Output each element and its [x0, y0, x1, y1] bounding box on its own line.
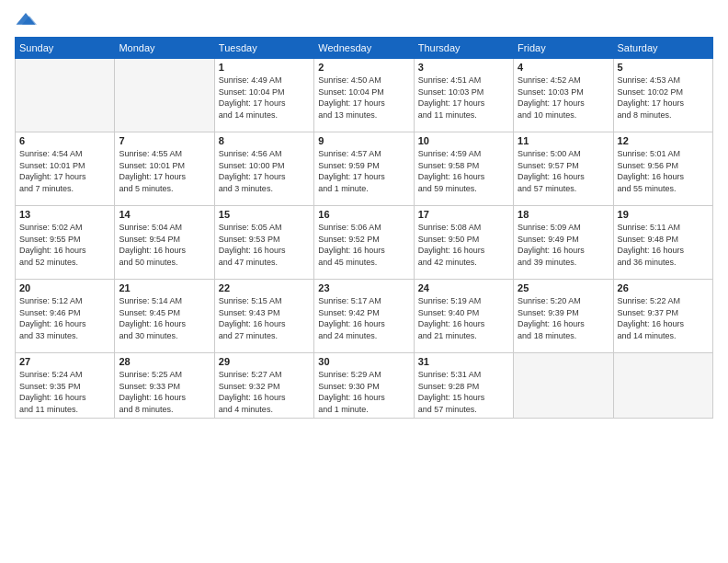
calendar-cell: 15Sunrise: 5:05 AM Sunset: 9:53 PM Dayli…: [214, 206, 313, 280]
day-info: Sunrise: 5:09 AM Sunset: 9:49 PM Dayligh…: [518, 222, 609, 268]
calendar-cell: [514, 353, 613, 419]
calendar-cell: 19Sunrise: 5:11 AM Sunset: 9:48 PM Dayli…: [613, 206, 712, 280]
day-number: 10: [418, 135, 509, 146]
day-number: 1: [219, 62, 310, 73]
calendar-cell: 5Sunrise: 4:53 AM Sunset: 10:02 PM Dayli…: [613, 59, 712, 132]
day-number: 2: [318, 62, 409, 73]
calendar-cell: 13Sunrise: 5:02 AM Sunset: 9:55 PM Dayli…: [16, 206, 115, 280]
day-info: Sunrise: 5:29 AM Sunset: 9:30 PM Dayligh…: [318, 369, 409, 415]
day-number: 26: [618, 282, 709, 293]
day-number: 9: [318, 135, 409, 146]
day-number: 19: [618, 209, 709, 220]
day-info: Sunrise: 4:53 AM Sunset: 10:02 PM Daylig…: [618, 75, 709, 121]
day-info: Sunrise: 5:17 AM Sunset: 9:42 PM Dayligh…: [318, 295, 409, 341]
calendar-cell: 20Sunrise: 5:12 AM Sunset: 9:46 PM Dayli…: [16, 280, 115, 353]
day-info: Sunrise: 4:52 AM Sunset: 10:03 PM Daylig…: [518, 75, 609, 121]
weekday-header-monday: Monday: [115, 38, 214, 59]
day-number: 23: [318, 282, 409, 293]
calendar-cell: 11Sunrise: 5:00 AM Sunset: 9:57 PM Dayli…: [514, 132, 613, 206]
logo-icon: [15, 11, 37, 29]
day-info: Sunrise: 5:15 AM Sunset: 9:43 PM Dayligh…: [219, 295, 310, 341]
day-number: 29: [219, 356, 310, 367]
calendar-cell: [16, 59, 115, 132]
weekday-header-friday: Friday: [514, 38, 613, 59]
day-number: 21: [119, 282, 210, 293]
calendar-week-row: 13Sunrise: 5:02 AM Sunset: 9:55 PM Dayli…: [16, 206, 713, 280]
calendar-cell: 26Sunrise: 5:22 AM Sunset: 9:37 PM Dayli…: [613, 280, 712, 353]
day-number: 15: [219, 209, 310, 220]
calendar-cell: 21Sunrise: 5:14 AM Sunset: 9:45 PM Dayli…: [115, 280, 214, 353]
calendar-cell: 8Sunrise: 4:56 AM Sunset: 10:00 PM Dayli…: [214, 132, 313, 206]
calendar-cell: 30Sunrise: 5:29 AM Sunset: 9:30 PM Dayli…: [314, 353, 414, 419]
day-info: Sunrise: 4:50 AM Sunset: 10:04 PM Daylig…: [318, 75, 409, 121]
day-info: Sunrise: 5:12 AM Sunset: 9:46 PM Dayligh…: [19, 295, 110, 341]
calendar-cell: 10Sunrise: 4:59 AM Sunset: 9:58 PM Dayli…: [414, 132, 513, 206]
day-info: Sunrise: 5:06 AM Sunset: 9:52 PM Dayligh…: [318, 222, 409, 268]
day-info: Sunrise: 5:01 AM Sunset: 9:56 PM Dayligh…: [618, 148, 709, 194]
day-number: 6: [19, 135, 110, 146]
day-info: Sunrise: 5:11 AM Sunset: 9:48 PM Dayligh…: [618, 222, 709, 268]
day-info: Sunrise: 4:51 AM Sunset: 10:03 PM Daylig…: [418, 75, 509, 121]
day-number: 13: [19, 209, 110, 220]
day-number: 17: [418, 209, 509, 220]
day-number: 30: [318, 356, 409, 367]
day-info: Sunrise: 5:04 AM Sunset: 9:54 PM Dayligh…: [119, 222, 210, 268]
day-number: 20: [19, 282, 110, 293]
day-number: 16: [318, 209, 409, 220]
calendar-cell: 31Sunrise: 5:31 AM Sunset: 9:28 PM Dayli…: [414, 353, 513, 419]
day-number: 5: [618, 62, 709, 73]
calendar-week-row: 20Sunrise: 5:12 AM Sunset: 9:46 PM Dayli…: [16, 280, 713, 353]
calendar-cell: 18Sunrise: 5:09 AM Sunset: 9:49 PM Dayli…: [514, 206, 613, 280]
day-info: Sunrise: 5:31 AM Sunset: 9:28 PM Dayligh…: [418, 369, 509, 415]
calendar-cell: 23Sunrise: 5:17 AM Sunset: 9:42 PM Dayli…: [314, 280, 414, 353]
calendar-cell: 29Sunrise: 5:27 AM Sunset: 9:32 PM Dayli…: [214, 353, 313, 419]
day-info: Sunrise: 4:54 AM Sunset: 10:01 PM Daylig…: [19, 148, 110, 194]
calendar-cell: 28Sunrise: 5:25 AM Sunset: 9:33 PM Dayli…: [115, 353, 214, 419]
calendar-cell: 27Sunrise: 5:24 AM Sunset: 9:35 PM Dayli…: [16, 353, 115, 419]
calendar-cell: [613, 353, 712, 419]
day-info: Sunrise: 4:55 AM Sunset: 10:01 PM Daylig…: [119, 148, 210, 194]
calendar-cell: 3Sunrise: 4:51 AM Sunset: 10:03 PM Dayli…: [414, 59, 513, 132]
logo: [15, 11, 40, 29]
day-number: 25: [518, 282, 609, 293]
day-number: 27: [19, 356, 110, 367]
day-info: Sunrise: 5:02 AM Sunset: 9:55 PM Dayligh…: [19, 222, 110, 268]
weekday-header-tuesday: Tuesday: [214, 38, 313, 59]
day-info: Sunrise: 4:59 AM Sunset: 9:58 PM Dayligh…: [418, 148, 509, 194]
day-number: 22: [219, 282, 310, 293]
weekday-header-sunday: Sunday: [16, 38, 115, 59]
day-info: Sunrise: 5:19 AM Sunset: 9:40 PM Dayligh…: [418, 295, 509, 341]
day-number: 28: [119, 356, 210, 367]
day-info: Sunrise: 4:57 AM Sunset: 9:59 PM Dayligh…: [318, 148, 409, 194]
day-number: 12: [618, 135, 709, 146]
day-number: 14: [119, 209, 210, 220]
day-info: Sunrise: 5:08 AM Sunset: 9:50 PM Dayligh…: [418, 222, 509, 268]
calendar-cell: 22Sunrise: 5:15 AM Sunset: 9:43 PM Dayli…: [214, 280, 313, 353]
calendar-cell: 9Sunrise: 4:57 AM Sunset: 9:59 PM Daylig…: [314, 132, 414, 206]
day-info: Sunrise: 5:27 AM Sunset: 9:32 PM Dayligh…: [219, 369, 310, 415]
weekday-header-thursday: Thursday: [414, 38, 513, 59]
day-info: Sunrise: 5:24 AM Sunset: 9:35 PM Dayligh…: [19, 369, 110, 415]
day-info: Sunrise: 5:20 AM Sunset: 9:39 PM Dayligh…: [518, 295, 609, 341]
calendar-cell: 14Sunrise: 5:04 AM Sunset: 9:54 PM Dayli…: [115, 206, 214, 280]
calendar-week-row: 1Sunrise: 4:49 AM Sunset: 10:04 PM Dayli…: [16, 59, 713, 132]
calendar-cell: 16Sunrise: 5:06 AM Sunset: 9:52 PM Dayli…: [314, 206, 414, 280]
calendar-week-row: 6Sunrise: 4:54 AM Sunset: 10:01 PM Dayli…: [16, 132, 713, 206]
calendar-cell: 17Sunrise: 5:08 AM Sunset: 9:50 PM Dayli…: [414, 206, 513, 280]
calendar-cell: 4Sunrise: 4:52 AM Sunset: 10:03 PM Dayli…: [514, 59, 613, 132]
weekday-header-wednesday: Wednesday: [314, 38, 414, 59]
day-number: 4: [518, 62, 609, 73]
calendar-cell: 2Sunrise: 4:50 AM Sunset: 10:04 PM Dayli…: [314, 59, 414, 132]
page: SundayMondayTuesdayWednesdayThursdayFrid…: [0, 0, 728, 563]
calendar-cell: 6Sunrise: 4:54 AM Sunset: 10:01 PM Dayli…: [16, 132, 115, 206]
day-number: 3: [418, 62, 509, 73]
weekday-header-saturday: Saturday: [613, 38, 712, 59]
day-info: Sunrise: 4:49 AM Sunset: 10:04 PM Daylig…: [219, 75, 310, 121]
day-info: Sunrise: 5:22 AM Sunset: 9:37 PM Dayligh…: [618, 295, 709, 341]
calendar-cell: [115, 59, 214, 132]
day-info: Sunrise: 5:25 AM Sunset: 9:33 PM Dayligh…: [119, 369, 210, 415]
day-info: Sunrise: 5:05 AM Sunset: 9:53 PM Dayligh…: [219, 222, 310, 268]
calendar-week-row: 27Sunrise: 5:24 AM Sunset: 9:35 PM Dayli…: [16, 353, 713, 419]
calendar-cell: 1Sunrise: 4:49 AM Sunset: 10:04 PM Dayli…: [214, 59, 313, 132]
day-number: 7: [119, 135, 210, 146]
